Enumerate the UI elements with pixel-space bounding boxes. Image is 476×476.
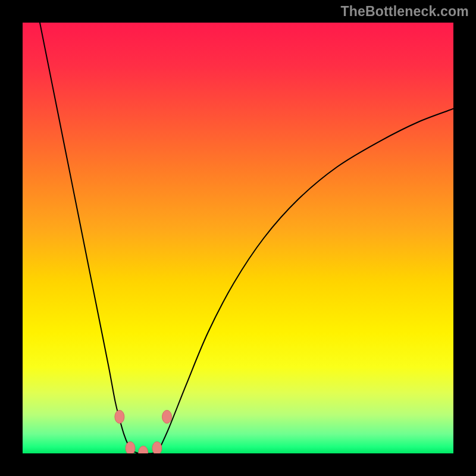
curve-marker xyxy=(139,446,148,453)
curve-marker xyxy=(115,410,124,423)
curve-layer xyxy=(23,23,453,453)
curve-marker xyxy=(152,441,162,453)
curve-marker xyxy=(126,441,135,453)
bottleneck-curve xyxy=(40,23,453,453)
plot-area xyxy=(23,23,453,453)
curve-marker xyxy=(162,410,172,423)
watermark-text: TheBottleneck.com xyxy=(340,4,469,20)
chart-frame: TheBottleneck.com xyxy=(0,0,476,476)
